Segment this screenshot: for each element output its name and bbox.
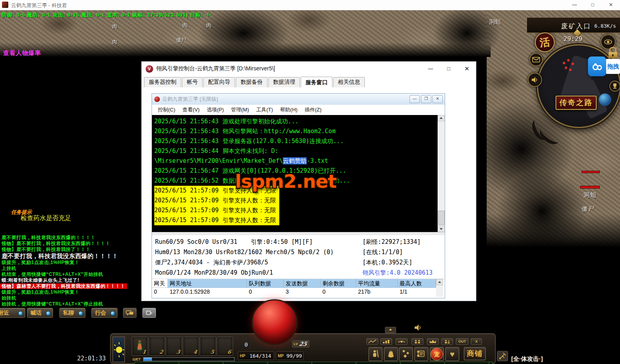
friend-button[interactable]: ♥ — [445, 347, 459, 361]
skill-slot-6[interactable]: 6 — [217, 337, 233, 356]
worm-name-label: 洞蛆 — [489, 18, 501, 26]
shop-button[interactable]: 商铺 — [464, 347, 486, 360]
chat-guild-button[interactable]: 行会 — [91, 308, 118, 318]
gateway-row[interactable]: 0 127.0.0.1:52928 0 3 0 217b 1/1 — [152, 288, 445, 296]
message-icon — [146, 310, 153, 316]
tab-config-wizard[interactable]: 配置向导 — [203, 77, 235, 87]
skill-slot-2[interactable]: 2 — [149, 337, 165, 356]
meat-drop-label: 肉 — [112, 38, 117, 45]
chat-whisper-button[interactable]: 私聊 — [59, 308, 85, 318]
chat-nearby-button[interactable]: 附近 — [0, 308, 25, 318]
console-close-button[interactable]: ✕ — [458, 62, 476, 76]
level-plate: LV 25 — [292, 340, 309, 347]
console-minimize-button[interactable]: — — [421, 62, 440, 76]
mail-button[interactable] — [529, 53, 543, 66]
m2server-window: 云鹤九霄第三季 [无限版] — ❐ ✕ 控制(C) 查看(V) 选项(P) 管理… — [152, 93, 445, 298]
pet-button[interactable]: 宠 — [430, 347, 444, 361]
bag-button[interactable] — [384, 347, 398, 361]
menu-plugins[interactable]: 插件(Z) — [301, 106, 325, 113]
terminal-scrollbar[interactable] — [438, 115, 445, 232]
close-button[interactable]: ✕ — [602, 0, 620, 10]
tab-service-window[interactable]: 服务窗口 — [301, 77, 332, 88]
col-remain[interactable]: 剩余数据 — [320, 279, 356, 288]
scroll-up-arrow[interactable] — [438, 115, 445, 121]
table-scrollbar[interactable] — [436, 279, 443, 297]
sound-button[interactable] — [414, 324, 423, 333]
col-sent[interactable]: 发送数据 — [284, 279, 320, 288]
world-button[interactable] — [599, 93, 611, 106]
menu-help[interactable]: 帮助(H) — [277, 106, 301, 113]
menu-options[interactable]: 选项(P) — [203, 106, 227, 113]
netdisk-drag-overlay[interactable]: 拖拽 — [588, 57, 620, 76]
server-log-terminal[interactable]: 2025/6/15 21:56:43游戏处理引擎初始化成功... 2025/6/… — [152, 115, 445, 232]
col-address[interactable]: 网关地址 — [168, 279, 247, 288]
counter-value: 0 — [245, 341, 248, 348]
col-avgflow[interactable]: 平均流量 — [356, 279, 398, 288]
character-button[interactable] — [368, 347, 383, 361]
channel-toggle-dot[interactable] — [18, 311, 23, 316]
speaker-button[interactable] — [528, 73, 542, 87]
status-online: [在线:1/1/0] — [362, 249, 403, 256]
tab-server-control[interactable]: 服务器控制 — [144, 77, 181, 87]
menu-tools[interactable]: 工具(T) — [252, 106, 277, 113]
skill-slot-1[interactable]: 1 — [132, 337, 148, 356]
friends-mini-button[interactable] — [441, 338, 453, 345]
chat-line: 鹿不要打我，科技君我没东西爆的！！！！ — [0, 253, 120, 259]
menu-view[interactable]: 查看(V) — [179, 106, 203, 113]
menu-control[interactable]: 控制(C) — [154, 106, 179, 113]
tab-account[interactable]: 帐号 — [182, 77, 203, 87]
channel-toggle-dot[interactable] — [110, 311, 115, 316]
trophy-button[interactable] — [609, 81, 620, 92]
rank-mini-button[interactable] — [380, 338, 392, 345]
m2server-icon — [154, 96, 160, 102]
belt-mini-button[interactable] — [396, 338, 408, 345]
terrain-fade — [0, 43, 491, 57]
maximize-button[interactable]: □ — [584, 0, 602, 10]
skills-button[interactable] — [399, 347, 413, 361]
crown-mini-button[interactable] — [427, 338, 439, 345]
m2server-title: 云鹤九霄第三季 [无限版] — [162, 96, 218, 103]
expand-panel-button[interactable] — [385, 327, 396, 333]
drop-rate-link[interactable]: 查看人物爆率 — [3, 49, 41, 57]
channel-toggle-dot[interactable] — [78, 311, 83, 316]
chat-line: 级提升，奖励1点攻击,1%HP恢复！ — [0, 260, 81, 265]
skill-slot-3[interactable]: 3 — [166, 337, 182, 356]
legend-road-button[interactable]: 传奇之路 — [556, 96, 597, 110]
m2-close-button[interactable]: ✕ — [432, 95, 443, 103]
chat-line: 始挂机 — [0, 295, 18, 301]
m2-restore-button[interactable]: ❐ — [421, 95, 431, 103]
m2server-titlebar[interactable]: 云鹤九霄第三季 [无限版] — [152, 94, 445, 105]
quest-button[interactable] — [414, 347, 429, 361]
scroll-down-arrow[interactable] — [438, 226, 445, 232]
scroll-thumb[interactable] — [438, 211, 445, 225]
m2-minimize-button[interactable]: — — [410, 95, 420, 103]
log-line: 2025/6/15 21:56:43翎风引擎网站：http://www.Haom… — [154, 126, 435, 136]
log-line: 2025/6/15 21:56:43游戏处理引擎初始化成功... — [154, 117, 435, 126]
tab-data-clean[interactable]: 数据清理 — [268, 77, 300, 87]
col-maxusers[interactable]: 最高人数 — [398, 279, 436, 288]
col-queue[interactable]: 队列数据 — [247, 279, 284, 288]
chat-settings-button[interactable] — [142, 308, 156, 318]
skill-slot-5[interactable]: 5 — [200, 337, 216, 356]
stats-mini-button[interactable] — [366, 338, 378, 345]
table-scroll-up[interactable] — [436, 279, 443, 285]
chat-bubble-button[interactable] — [123, 308, 137, 318]
sword-icon — [499, 352, 506, 360]
heart-icon: ♥ — [450, 350, 455, 359]
minimize-button[interactable]: — — [565, 0, 584, 10]
team-mini-button[interactable] — [411, 338, 423, 345]
channel-toggle-dot[interactable] — [46, 311, 51, 316]
console-maximize-button[interactable]: □ — [440, 62, 458, 76]
chat-shout-button[interactable]: 喊话 — [27, 308, 53, 318]
close-panel-button[interactable]: X — [471, 338, 482, 345]
tab-related-info[interactable]: 相关信息 — [333, 77, 365, 87]
tab-data-backup[interactable]: 数据备份 — [236, 77, 267, 87]
bottom-exp-strip — [135, 362, 493, 364]
out-button[interactable]: OUT — [456, 338, 468, 345]
attack-mode-button[interactable] — [497, 351, 508, 361]
minimap-red-dot — [572, 63, 574, 65]
exp-bar-track — [143, 357, 235, 361]
level-value: 25 — [298, 341, 307, 347]
skill-slot-4[interactable]: 4 — [183, 337, 199, 356]
menu-manage[interactable]: 管理(M) — [228, 106, 253, 113]
